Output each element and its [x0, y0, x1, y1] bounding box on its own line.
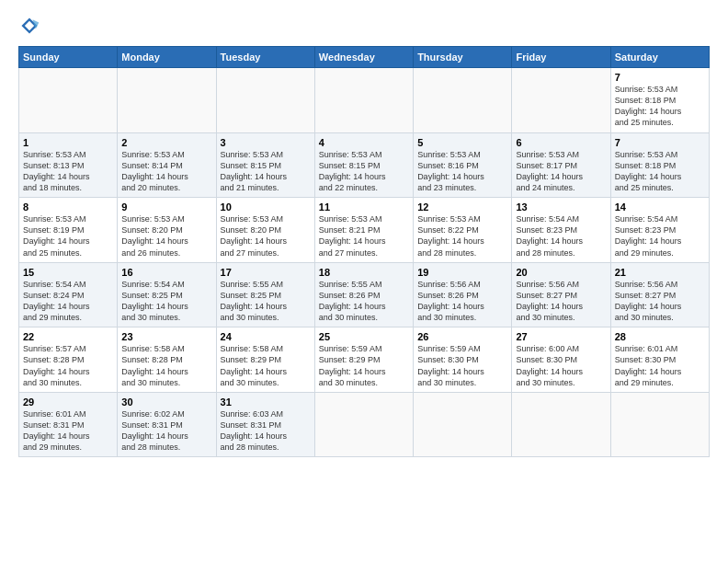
day-info: Sunrise: 5:53 AM Sunset: 8:15 PM Dayligh… — [221, 149, 311, 194]
day-info: Sunrise: 5:54 AM Sunset: 8:25 PM Dayligh… — [121, 279, 211, 324]
calendar-cell: 18 Sunrise: 5:55 AM Sunset: 8:26 PM Dayl… — [314, 262, 413, 327]
day-number: 17 — [221, 267, 311, 278]
header — [18, 15, 710, 37]
day-info: Sunrise: 5:58 AM Sunset: 8:29 PM Dayligh… — [221, 343, 311, 388]
day-info: Sunrise: 5:53 AM Sunset: 8:21 PM Dayligh… — [319, 213, 409, 259]
day-number: 13 — [516, 201, 606, 213]
day-number: 7 — [615, 137, 705, 148]
calendar-cell: 9 Sunrise: 5:53 AM Sunset: 8:20 PM Dayli… — [118, 198, 216, 263]
day-info: Sunrise: 6:01 AM Sunset: 8:31 PM Dayligh… — [23, 408, 113, 454]
day-number: 31 — [221, 396, 311, 408]
calendar-cell: 12 Sunrise: 5:53 AM Sunset: 8:22 PM Dayl… — [414, 198, 512, 263]
calendar-cell: 20 Sunrise: 5:56 AM Sunset: 8:27 PM Dayl… — [512, 262, 610, 327]
calendar-cell: 28 Sunrise: 6:01 AM Sunset: 8:30 PM Dayl… — [610, 327, 709, 393]
day-info: Sunrise: 5:53 AM Sunset: 8:18 PM Dayligh… — [615, 84, 705, 129]
day-info: Sunrise: 5:53 AM Sunset: 8:22 PM Dayligh… — [417, 213, 507, 259]
header-day: Saturday — [610, 47, 709, 68]
calendar-cell: 1 Sunrise: 5:53 AM Sunset: 8:13 PM Dayli… — [19, 132, 118, 198]
day-info: Sunrise: 5:53 AM Sunset: 8:20 PM Dayligh… — [121, 213, 211, 259]
day-number: 10 — [221, 201, 311, 213]
day-number: 1 — [23, 137, 113, 148]
calendar-cell — [314, 68, 413, 133]
logo — [18, 15, 44, 37]
calendar-cell: 16 Sunrise: 5:54 AM Sunset: 8:25 PM Dayl… — [118, 262, 216, 327]
day-info: Sunrise: 5:54 AM Sunset: 8:23 PM Dayligh… — [615, 213, 705, 259]
day-info: Sunrise: 5:58 AM Sunset: 8:28 PM Dayligh… — [121, 343, 211, 388]
calendar-row: 1 Sunrise: 5:53 AM Sunset: 8:13 PM Dayli… — [19, 132, 710, 198]
day-number: 5 — [417, 137, 507, 148]
day-number: 25 — [319, 331, 409, 342]
day-number: 18 — [319, 267, 409, 278]
day-info: Sunrise: 5:56 AM Sunset: 8:27 PM Dayligh… — [615, 279, 705, 324]
day-number: 2 — [121, 137, 211, 148]
header-day: Tuesday — [216, 47, 314, 68]
day-number: 4 — [319, 137, 409, 148]
calendar-cell: 29 Sunrise: 6:01 AM Sunset: 8:31 PM Dayl… — [19, 392, 118, 457]
day-info: Sunrise: 5:55 AM Sunset: 8:26 PM Dayligh… — [319, 279, 409, 324]
calendar-cell: 25 Sunrise: 5:59 AM Sunset: 8:29 PM Dayl… — [314, 327, 413, 393]
day-number: 23 — [121, 331, 211, 342]
calendar-cell: 22 Sunrise: 5:57 AM Sunset: 8:28 PM Dayl… — [19, 327, 118, 393]
day-info: Sunrise: 5:53 AM Sunset: 8:18 PM Dayligh… — [615, 149, 705, 194]
calendar-cell — [118, 68, 216, 133]
calendar-cell: 3 Sunrise: 5:53 AM Sunset: 8:15 PM Dayli… — [216, 132, 314, 198]
calendar-cell: 26 Sunrise: 5:59 AM Sunset: 8:30 PM Dayl… — [414, 327, 512, 393]
calendar-cell — [512, 392, 610, 457]
day-info: Sunrise: 5:57 AM Sunset: 8:28 PM Dayligh… — [23, 343, 113, 388]
day-info: Sunrise: 5:53 AM Sunset: 8:16 PM Dayligh… — [417, 149, 507, 194]
calendar-cell: 10 Sunrise: 5:53 AM Sunset: 8:20 PM Dayl… — [216, 198, 314, 263]
day-info: Sunrise: 5:53 AM Sunset: 8:17 PM Dayligh… — [516, 149, 606, 194]
calendar-cell: 7 Sunrise: 5:53 AM Sunset: 8:18 PM Dayli… — [610, 132, 709, 198]
day-number: 24 — [221, 331, 311, 342]
day-info: Sunrise: 5:54 AM Sunset: 8:23 PM Dayligh… — [516, 213, 606, 259]
day-number: 16 — [121, 267, 211, 278]
logo-icon — [18, 15, 40, 37]
calendar-cell: 6 Sunrise: 5:53 AM Sunset: 8:17 PM Dayli… — [512, 132, 610, 198]
calendar-cell: 7 Sunrise: 5:53 AM Sunset: 8:18 PM Dayli… — [610, 68, 709, 133]
header-day: Wednesday — [314, 47, 413, 68]
day-info: Sunrise: 5:54 AM Sunset: 8:24 PM Dayligh… — [23, 279, 113, 324]
calendar-cell: 15 Sunrise: 5:54 AM Sunset: 8:24 PM Dayl… — [19, 262, 118, 327]
calendar-row: 29 Sunrise: 6:01 AM Sunset: 8:31 PM Dayl… — [19, 392, 710, 457]
day-number: 9 — [121, 201, 211, 213]
day-info: Sunrise: 5:55 AM Sunset: 8:25 PM Dayligh… — [221, 279, 311, 324]
day-number: 27 — [516, 331, 606, 342]
calendar-cell — [414, 392, 512, 457]
calendar-row: 7 Sunrise: 5:53 AM Sunset: 8:18 PM Dayli… — [19, 68, 710, 133]
calendar-cell: 27 Sunrise: 6:00 AM Sunset: 8:30 PM Dayl… — [512, 327, 610, 393]
day-info: Sunrise: 6:01 AM Sunset: 8:30 PM Dayligh… — [615, 343, 705, 388]
calendar-cell — [414, 68, 512, 133]
calendar-cell: 11 Sunrise: 5:53 AM Sunset: 8:21 PM Dayl… — [314, 198, 413, 263]
calendar-cell: 31 Sunrise: 6:03 AM Sunset: 8:31 PM Dayl… — [216, 392, 314, 457]
page: SundayMondayTuesdayWednesdayThursdayFrid… — [0, 0, 728, 563]
day-info: Sunrise: 5:53 AM Sunset: 8:19 PM Dayligh… — [23, 213, 113, 259]
day-number: 22 — [23, 331, 113, 342]
calendar-cell — [610, 392, 709, 457]
calendar-cell: 14 Sunrise: 5:54 AM Sunset: 8:23 PM Dayl… — [610, 198, 709, 263]
day-info: Sunrise: 5:59 AM Sunset: 8:30 PM Dayligh… — [417, 343, 507, 388]
day-number: 3 — [221, 137, 311, 148]
day-info: Sunrise: 5:56 AM Sunset: 8:27 PM Dayligh… — [516, 279, 606, 324]
day-number: 20 — [516, 267, 606, 278]
header-day: Sunday — [19, 47, 118, 68]
day-number: 12 — [417, 201, 507, 213]
calendar-row: 15 Sunrise: 5:54 AM Sunset: 8:24 PM Dayl… — [19, 262, 710, 327]
day-info: Sunrise: 5:56 AM Sunset: 8:26 PM Dayligh… — [417, 279, 507, 324]
day-number: 29 — [23, 396, 113, 408]
calendar-cell: 17 Sunrise: 5:55 AM Sunset: 8:25 PM Dayl… — [216, 262, 314, 327]
calendar-cell: 21 Sunrise: 5:56 AM Sunset: 8:27 PM Dayl… — [610, 262, 709, 327]
calendar-table: SundayMondayTuesdayWednesdayThursdayFrid… — [18, 46, 710, 457]
calendar-cell — [314, 392, 413, 457]
day-info: Sunrise: 6:03 AM Sunset: 8:31 PM Dayligh… — [221, 408, 311, 454]
calendar-cell: 8 Sunrise: 5:53 AM Sunset: 8:19 PM Dayli… — [19, 198, 118, 263]
day-info: Sunrise: 5:59 AM Sunset: 8:29 PM Dayligh… — [319, 343, 409, 388]
day-info: Sunrise: 6:02 AM Sunset: 8:31 PM Dayligh… — [121, 408, 211, 454]
day-number: 11 — [319, 201, 409, 213]
calendar-cell: 2 Sunrise: 5:53 AM Sunset: 8:14 PM Dayli… — [118, 132, 216, 198]
day-number: 28 — [615, 331, 705, 342]
header-row: SundayMondayTuesdayWednesdayThursdayFrid… — [19, 47, 710, 68]
day-number: 7 — [615, 72, 705, 83]
day-number: 6 — [516, 137, 606, 148]
day-number: 26 — [417, 331, 507, 342]
calendar-cell: 5 Sunrise: 5:53 AM Sunset: 8:16 PM Dayli… — [414, 132, 512, 198]
